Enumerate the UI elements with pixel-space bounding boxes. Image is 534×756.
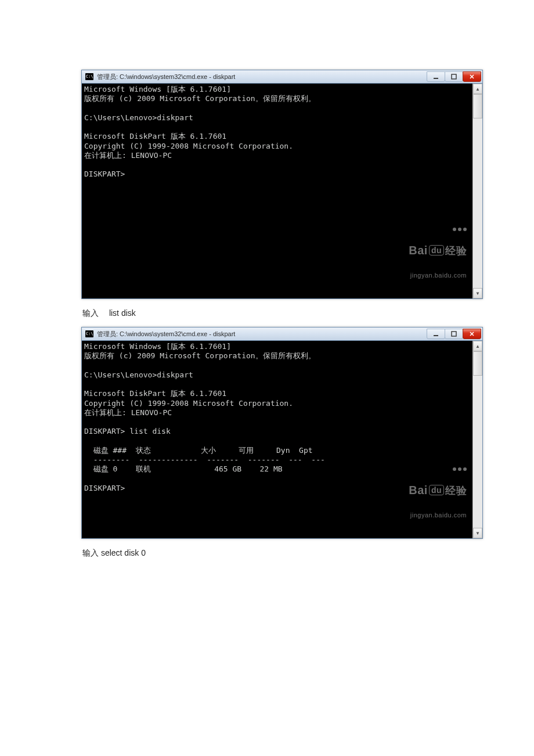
window-controls (427, 71, 481, 82)
vertical-scrollbar[interactable]: ▲ ▼ (472, 341, 482, 538)
window-title: 管理员: C:\windows\system32\cmd.exe - diskp… (97, 73, 427, 81)
cmd-icon (85, 330, 93, 337)
titlebar[interactable]: 管理员: C:\windows\system32\cmd.exe - diskp… (82, 327, 482, 341)
watermark: Baidu经验 jingyan.baidu.com (409, 211, 467, 295)
cmd-window-2: 管理员: C:\windows\system32\cmd.exe - diskp… (81, 327, 483, 539)
scroll-up-button[interactable]: ▲ (473, 341, 482, 351)
scroll-track[interactable] (473, 118, 482, 288)
vertical-scrollbar[interactable]: ▲ ▼ (472, 84, 482, 298)
watermark: Baidu经验 jingyan.baidu.com (409, 451, 467, 535)
caption-1: 输入 list disk (82, 308, 453, 319)
caption-2: 输入 select disk 0 (82, 548, 453, 559)
scroll-up-button[interactable]: ▲ (473, 84, 482, 94)
cmd-window-1: 管理员: C:\windows\system32\cmd.exe - diskp… (81, 70, 483, 299)
close-button[interactable] (463, 71, 481, 82)
scroll-down-button[interactable]: ▼ (473, 528, 482, 538)
terminal-output[interactable]: Microsoft Windows [版本 6.1.7601] 版权所有 (c)… (82, 341, 472, 538)
terminal-output[interactable]: Microsoft Windows [版本 6.1.7601] 版权所有 (c)… (82, 84, 472, 298)
svg-rect-0 (434, 78, 438, 79)
close-button[interactable] (463, 329, 481, 339)
minimize-button[interactable] (427, 329, 445, 339)
terminal-text: Microsoft Windows [版本 6.1.7601] 版权所有 (c)… (84, 85, 316, 178)
minimize-button[interactable] (427, 71, 445, 82)
scroll-thumb[interactable] (473, 94, 482, 118)
svg-rect-3 (452, 332, 456, 336)
maximize-button[interactable] (445, 71, 463, 82)
window-title: 管理员: C:\windows\system32\cmd.exe - diskp… (97, 330, 427, 339)
terminal-text: Microsoft Windows [版本 6.1.7601] 版权所有 (c)… (84, 342, 325, 492)
scroll-track[interactable] (473, 376, 482, 528)
cmd-icon (85, 73, 93, 80)
window-controls (427, 329, 481, 339)
svg-rect-1 (452, 74, 456, 79)
maximize-button[interactable] (445, 329, 463, 339)
scroll-down-button[interactable]: ▼ (473, 288, 482, 298)
titlebar[interactable]: 管理员: C:\windows\system32\cmd.exe - diskp… (82, 70, 482, 84)
svg-rect-2 (434, 335, 438, 336)
scroll-thumb[interactable] (473, 351, 482, 376)
